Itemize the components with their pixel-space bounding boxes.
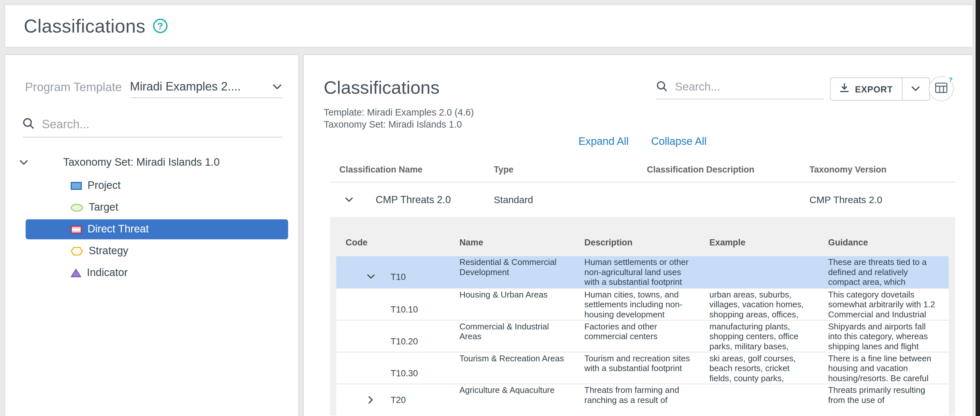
tree-item-project[interactable]: Project: [26, 175, 288, 195]
help-badge-icon: ?: [946, 75, 955, 84]
search-icon: [22, 117, 34, 132]
tree-item-indicator[interactable]: Indicator: [26, 263, 288, 283]
project-rectangle-icon: [71, 182, 82, 190]
tree-item-label: Target: [89, 201, 119, 214]
tree-item-label: Project: [88, 179, 121, 192]
chevron-down-icon[interactable]: [364, 275, 377, 279]
row-description: Human cities, towns, and settlements inc…: [575, 289, 700, 320]
row-guidance: These are threats tied to a defined and …: [819, 256, 949, 288]
row-description: Threats from farming and ranching as a r…: [575, 384, 700, 416]
classification-row-cmp-threats[interactable]: CMP Threats 2.0 Standard CMP Threats 2.0: [330, 183, 955, 217]
table-row-t10-30[interactable]: T10.30 Tourism & Recreation Areas Touris…: [336, 352, 949, 384]
tree-root-taxonomy-set[interactable]: Taxonomy Set: Miradi Islands 1.0: [5, 151, 298, 174]
col-classification-name: Classification Name: [330, 164, 484, 174]
program-template-select[interactable]: Miradi Examples 2....: [130, 80, 282, 98]
tree-item-strategy[interactable]: Strategy: [26, 241, 288, 261]
row-code: T20: [391, 395, 406, 405]
row-code: T10: [391, 272, 406, 282]
table-view-button[interactable]: ?: [929, 76, 954, 101]
export-button[interactable]: EXPORT: [830, 78, 902, 101]
sidebar-search-input[interactable]: [41, 117, 283, 132]
row-name: Agriculture & Aquaculture: [450, 384, 575, 416]
app-viewport: Classifications ? Program Template Mirad…: [0, 0, 980, 416]
row-example: [700, 384, 819, 416]
row-guidance: Threats primarily resulting from the use…: [819, 384, 949, 416]
tree-item-label: Strategy: [89, 245, 129, 257]
table-grid-icon: [935, 82, 947, 95]
row-code: T10.10: [391, 304, 418, 314]
taxonomy-tree: Taxonomy Set: Miradi Islands 1.0 Project…: [5, 151, 298, 283]
taxonomy-line: Taxonomy Set: Miradi Islands 1.0: [324, 119, 462, 130]
row-description: Tourism and recreation sites with a subs…: [575, 352, 700, 384]
program-template-row: Program Template Miradi Examples 2....: [25, 80, 298, 98]
export-split-button: EXPORT: [830, 78, 929, 101]
direct-threat-rectangle-icon: [71, 225, 82, 233]
threat-subtable: Code Name Description Example Guidance T…: [330, 217, 955, 415]
window-scrollbar[interactable]: [976, 0, 980, 416]
template-line: Template: Miradi Examples 2.0 (4.6): [324, 107, 474, 117]
classifications-panel: Classifications Template: Miradi Example…: [304, 55, 972, 416]
table-row-t10-20[interactable]: T10.20 Commercial & Industrial Areas Fac…: [336, 320, 949, 352]
col-taxonomy-version: Taxonomy Version: [800, 164, 955, 174]
left-sidebar-panel: Program Template Miradi Examples 2.... T…: [5, 55, 298, 416]
tree-item-target[interactable]: Target: [26, 198, 288, 218]
chevron-down-icon: [272, 84, 282, 89]
tree-item-label: Indicator: [87, 267, 127, 279]
col-description: Description: [575, 237, 700, 256]
tree-item-label: Direct Threat: [88, 223, 149, 235]
row-code: T10.30: [391, 368, 418, 378]
row-example: urban areas, suburbs, villages, vacation…: [700, 289, 819, 320]
chevron-right-icon[interactable]: [364, 397, 377, 402]
col-classification-description: Classification Description: [638, 164, 800, 174]
strategy-hexagon-icon: [71, 247, 83, 256]
export-options-button[interactable]: [902, 78, 929, 101]
target-ellipse-icon: [71, 203, 83, 211]
row-name: Tourism & Recreation Areas: [450, 352, 575, 384]
col-type: Type: [484, 164, 638, 174]
program-template-label: Program Template: [25, 81, 122, 98]
row-example: [700, 256, 819, 288]
indicator-triangle-icon: [71, 268, 81, 277]
classification-taxonomy-version: CMP Threats 2.0: [800, 194, 955, 205]
tree-item-direct-threat[interactable]: Direct Threat: [26, 219, 288, 239]
sidebar-search: [22, 117, 283, 137]
table-row-t10-10[interactable]: T10.10 Housing & Urban Areas Human citie…: [336, 288, 949, 320]
row-name: Housing & Urban Areas: [450, 289, 575, 320]
row-guidance: There is a fine line between housing and…: [819, 352, 949, 384]
help-icon[interactable]: ?: [153, 19, 167, 33]
row-description: Factories and other commercial centers: [575, 321, 700, 352]
top-header-bar: Classifications ?: [5, 5, 972, 47]
row-description: Human settlements or other non-agricultu…: [575, 256, 700, 288]
download-icon: [839, 83, 850, 95]
chevron-down-icon[interactable]: [345, 197, 353, 202]
chevron-down-icon: [911, 86, 920, 92]
search-icon: [656, 80, 668, 94]
collapse-all-link[interactable]: Collapse All: [651, 136, 707, 148]
expand-all-link[interactable]: Expand All: [578, 136, 628, 148]
classification-name: CMP Threats 2.0: [376, 194, 451, 205]
col-example: Example: [700, 237, 819, 256]
row-code: T10.20: [391, 336, 418, 346]
col-code: Code: [336, 237, 450, 256]
expand-collapse-row: Expand All Collapse All: [330, 136, 955, 148]
chevron-down-icon[interactable]: [19, 159, 29, 165]
row-name: Residential & Commercial Development: [450, 256, 575, 288]
row-example: manufacturing plants, shopping centers, …: [700, 321, 819, 352]
table-row-t10[interactable]: T10 Residential & Commercial Development…: [336, 256, 949, 288]
row-example: ski areas, golf courses, beach resorts, …: [700, 352, 819, 384]
classifications-table: Classification Name Type Classification …: [330, 156, 955, 416]
page-title: Classifications: [24, 15, 146, 37]
classifications-table-header: Classification Name Type Classification …: [330, 156, 955, 183]
panel-title: Classifications: [324, 78, 439, 98]
table-row-t20[interactable]: T20 Agriculture & Aquaculture Threats fr…: [336, 384, 949, 416]
row-guidance: This category dovetails somewhat arbitra…: [819, 289, 949, 320]
threat-subtable-header: Code Name Description Example Guidance: [336, 217, 949, 256]
export-button-label: EXPORT: [855, 84, 893, 94]
col-name: Name: [450, 237, 575, 256]
row-name: Commercial & Industrial Areas: [450, 321, 575, 352]
classifications-search-input[interactable]: [674, 80, 824, 94]
classification-type: Standard: [484, 194, 638, 205]
program-template-value: Miradi Examples 2....: [130, 80, 241, 94]
col-guidance: Guidance: [819, 237, 949, 256]
classifications-search: [656, 80, 824, 100]
